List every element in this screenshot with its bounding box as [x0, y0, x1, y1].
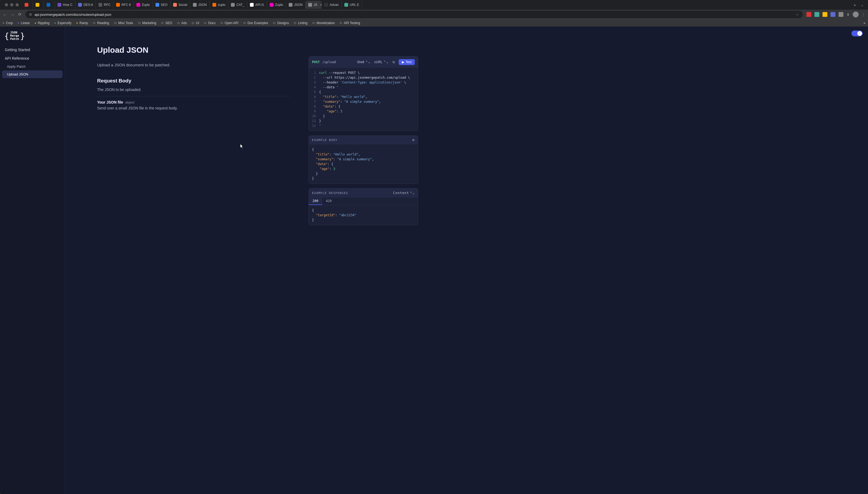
address-bar[interactable]: ⊞ api.jsonmergepatch.com/docs/routes#upl… [25, 11, 803, 18]
bookmark-item[interactable]: 🗀Marketing [138, 21, 156, 25]
bookmark-item[interactable]: 🗀Linting [294, 21, 307, 25]
bookmark-item[interactable]: 🗀Designs [273, 21, 289, 25]
request-panel: POST /upload Shell ⌃⌄ cURL ⌃⌄ ⧉ ▶ Test [309, 56, 418, 131]
favicon-icon [173, 3, 177, 7]
copy-icon[interactable]: ⧉ [392, 60, 395, 64]
param-name: Your JSON file [97, 100, 123, 104]
favicon-icon [324, 3, 328, 7]
browser-tab[interactable]: Advan [322, 1, 342, 9]
zoom-window-icon[interactable] [16, 3, 19, 6]
moon-icon: ☾ [857, 31, 862, 36]
browser-tab[interactable]: JSON [286, 1, 306, 9]
example-body-header: EXAMPLE BODY ⧉ [309, 136, 418, 145]
bookmark-item[interactable]: 🗀Open API [220, 21, 238, 25]
tab-overflow-button[interactable]: ⌄ [859, 3, 866, 7]
code-panels: POST /upload Shell ⌃⌄ cURL ⌃⌄ ⧉ ▶ Test [306, 27, 429, 494]
test-button[interactable]: ▶ Test [399, 59, 415, 65]
brace-icon: } [20, 32, 25, 40]
browser-tab[interactable]: Zuplo [134, 1, 153, 9]
bookmark-item[interactable]: ●Rippling [35, 21, 49, 25]
bookmark-item[interactable]: ●Expensify [54, 21, 72, 25]
browser-tab[interactable]: JS✕ [306, 1, 322, 9]
new-tab-button[interactable]: + [851, 3, 858, 7]
bookmark-item[interactable]: 🗀Docs [204, 21, 215, 25]
extension-icon[interactable] [807, 12, 811, 17]
browser-tab[interactable]: RFC 8 [113, 1, 134, 9]
copy-icon[interactable]: ⧉ [412, 138, 415, 142]
favicon-icon [270, 3, 273, 7]
page-title: Upload JSON [97, 45, 290, 55]
param-type: object [125, 100, 135, 104]
extension-icon[interactable] [823, 12, 827, 17]
bookmark-item[interactable]: 🗀Ads [177, 21, 187, 25]
sidebar-item-api-reference[interactable]: API Reference [0, 54, 65, 63]
browser-tab[interactable]: CAT_ [228, 1, 247, 9]
bookmark-item[interactable]: 🗀API Testing [340, 21, 360, 25]
example-body-code[interactable]: { "title": "Hello world", "summary": "A … [309, 145, 418, 184]
browser-tab[interactable]: URL E [342, 1, 362, 9]
response-tab-200[interactable]: 200 [309, 197, 322, 205]
favicon-icon [212, 3, 216, 7]
menu-icon[interactable]: ⋮ [862, 13, 865, 17]
bookmarks-overflow-icon[interactable]: » [864, 21, 865, 25]
sidebar-item-apply-patch[interactable]: Apply Patch [0, 63, 65, 70]
folder-icon: 🗀 [138, 21, 141, 24]
bookmark-item[interactable]: 🗀Misc Tools [114, 21, 133, 25]
extension-icon[interactable] [814, 12, 819, 17]
browser-tab[interactable] [22, 1, 33, 9]
logo[interactable]: { JSON Merge Patch } [0, 31, 65, 45]
section-title: Request Body [97, 78, 290, 84]
response-tab-429[interactable]: 429 [322, 197, 335, 205]
favicon-icon [289, 3, 292, 7]
bookmark-item[interactable]: 🗀Doc Examples [243, 21, 268, 25]
bookmark-item[interactable]: ●Corp [3, 21, 13, 25]
divider [97, 96, 290, 96]
browser-tab[interactable]: RFC [96, 1, 113, 9]
browser-tab[interactable]: SEO [153, 1, 170, 9]
response-code[interactable]: { "targetId": "abc1234" } [309, 205, 418, 225]
bookmark-item[interactable]: ●Ramp [76, 21, 88, 25]
download-icon[interactable]: ⬇ [847, 13, 850, 17]
window-controls[interactable] [2, 3, 21, 6]
favicon-icon [25, 3, 28, 7]
folder-icon: 🗀 [273, 21, 276, 24]
reload-button[interactable]: ⟳ [18, 12, 22, 17]
browser-tab[interactable]: zuplo [210, 1, 229, 9]
site-info-icon[interactable]: ⊞ [29, 13, 32, 16]
sidebar-item-upload-json[interactable]: Upload JSON [2, 70, 63, 78]
param-description: Send over a small JSON file in the reque… [97, 106, 290, 110]
bookmark-item[interactable]: 🗀Reading [93, 21, 109, 25]
close-window-icon[interactable] [5, 3, 8, 6]
url-text: api.jsonmergepatch.com/docs/routes#uploa… [35, 13, 111, 17]
bookmark-item[interactable]: ●Linear [18, 21, 30, 25]
forward-button[interactable]: → [11, 12, 15, 17]
browser-tab[interactable]: API-G [247, 1, 267, 9]
section-description: The JSON to be uploaded. [97, 88, 290, 92]
bookmark-item[interactable]: 🗀UI [192, 21, 199, 25]
back-button[interactable]: ← [3, 12, 7, 17]
favicon-icon [46, 3, 50, 7]
minimize-window-icon[interactable] [10, 3, 13, 6]
browser-tab[interactable]: JSON [190, 1, 210, 9]
request-code[interactable]: 1 2 3 4 5 6 7 8 9 10 11 12 curl --reques… [309, 68, 418, 131]
theme-toggle[interactable]: ☾ [851, 31, 863, 36]
folder-icon: 🗀 [312, 21, 315, 24]
browser-tab[interactable]: Zuplo [267, 1, 286, 9]
content-type-selector[interactable]: Content ⌃⌄ [393, 191, 415, 195]
browser-tab[interactable] [33, 1, 44, 9]
language-selector[interactable]: Shell ⌃⌄ [357, 60, 371, 64]
profile-avatar[interactable] [853, 12, 859, 17]
play-icon: ▶ [402, 60, 404, 64]
bookmark-star-icon[interactable]: ☆ [796, 13, 799, 17]
bookmark-item[interactable]: 🗀SEO [161, 21, 172, 25]
browser-tab[interactable]: How C [55, 1, 75, 9]
browser-tab[interactable]: DES-6 [75, 1, 96, 9]
extension-icon[interactable] [831, 12, 835, 17]
extension-icon[interactable] [838, 12, 843, 17]
bookmark-item[interactable]: 🗀Monetization [312, 21, 335, 25]
browser-tab[interactable] [44, 1, 55, 9]
sidebar-item-getting-started[interactable]: Getting Started [0, 45, 65, 54]
browser-tab[interactable]: Social [170, 1, 190, 9]
dot-icon: ● [35, 21, 36, 24]
tool-selector[interactable]: cURL ⌃⌄ [374, 60, 389, 64]
